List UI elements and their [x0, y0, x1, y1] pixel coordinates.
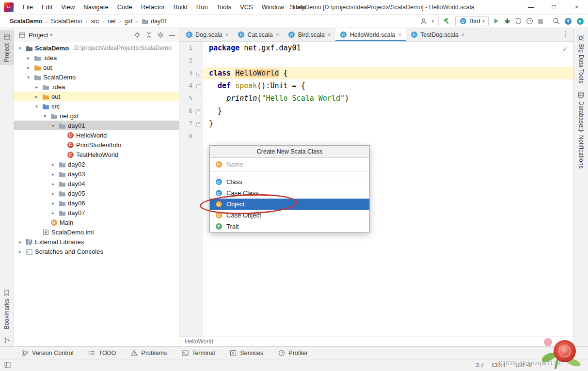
tree-item-day05[interactable]: ▸day05: [14, 188, 179, 198]
line-number[interactable]: 7: [179, 117, 195, 130]
hide-panel-icon[interactable]: —: [169, 31, 175, 39]
code-line-4[interactable]: 4− def speak():Unit = {: [179, 79, 573, 92]
locate-file-icon[interactable]: [134, 31, 141, 38]
breadcrumb-item-scalademo[interactable]: ScalaDemo: [51, 18, 82, 25]
editor-tab-dog-scala[interactable]: CDog.scala×: [181, 28, 233, 41]
tree-item-out[interactable]: ▸out: [14, 62, 179, 72]
menu-view[interactable]: View: [57, 0, 79, 14]
run-icon[interactable]: [493, 18, 499, 24]
line-number[interactable]: 1: [179, 42, 195, 54]
gear-icon[interactable]: [157, 31, 164, 38]
line-number[interactable]: 8: [179, 130, 195, 142]
tree-item-src[interactable]: ▾src: [14, 101, 179, 111]
tree-item-idea[interactable]: ▸.idea: [14, 53, 179, 62]
kind-option-case-object[interactable]: OCase Object: [210, 210, 369, 221]
menu-build[interactable]: Build: [169, 0, 192, 14]
close-icon[interactable]: ×: [461, 31, 465, 38]
menu-edit[interactable]: Edit: [37, 0, 57, 14]
chevron-right-icon[interactable]: ▸: [25, 55, 32, 61]
line-number[interactable]: 6: [179, 105, 195, 117]
user-icon[interactable]: [420, 17, 428, 25]
fold-marker-icon[interactable]: −: [195, 79, 203, 92]
tree-item-day04[interactable]: ▸day04: [14, 179, 179, 188]
chevron-right-icon[interactable]: ▸: [50, 171, 56, 177]
close-icon[interactable]: ×: [328, 31, 331, 38]
collapse-all-icon[interactable]: [145, 31, 152, 38]
tree-item-scalademo[interactable]: ▾ScalaDemo: [14, 72, 179, 82]
chevron-down-icon[interactable]: ▾: [42, 113, 48, 119]
tabs-more-icon[interactable]: ⋮: [562, 30, 569, 38]
chevron-down-icon[interactable]: ▾: [17, 46, 23, 51]
line-number[interactable]: 5: [179, 92, 195, 105]
tree-item-scalademo[interactable]: ▾ScalaDemoD:\projects\IdeaProjects\Scala…: [14, 43, 179, 53]
toolwindow-button-problems[interactable]: Problems: [130, 350, 167, 356]
toolwindow-stripe-bookmarks[interactable]: Bookmarks: [0, 286, 14, 332]
tree-item-day01[interactable]: ▾day01: [14, 121, 179, 130]
tree-item-day02[interactable]: ▸day02: [14, 159, 179, 169]
editor-tab-cat-scala[interactable]: CCat.scala×: [233, 28, 284, 41]
tree-item-external-libraries[interactable]: ▸External Libraries: [14, 237, 179, 247]
fold-marker-icon[interactable]: −: [195, 67, 203, 79]
toolwindow-button-services[interactable]: Services: [229, 350, 263, 356]
maximize-button[interactable]: □: [542, 0, 565, 14]
code-line-5[interactable]: 5 println("Hello Scala World"): [179, 92, 573, 105]
toolwindow-layout-icon[interactable]: [4, 362, 11, 368]
chevron-right-icon[interactable]: ▸: [25, 65, 32, 70]
code-line-6[interactable]: 6^ }: [179, 105, 573, 117]
tree-item-main[interactable]: OMain: [14, 217, 179, 227]
chevron-right-icon[interactable]: ▸: [33, 84, 40, 90]
menu-window[interactable]: Window: [257, 0, 288, 14]
tree-item-scratches-and-consoles[interactable]: ▸Scratches and Consoles: [14, 247, 179, 256]
tree-item-scalademo-iml[interactable]: ScalaDemo.iml: [14, 227, 179, 237]
tree-item-out[interactable]: ▸out: [14, 92, 179, 101]
line-number[interactable]: 2: [179, 54, 195, 67]
close-button[interactable]: ×: [565, 0, 588, 14]
chevron-right-icon[interactable]: ▸: [50, 191, 56, 196]
stop-icon[interactable]: [538, 18, 543, 24]
close-icon[interactable]: ×: [398, 31, 401, 38]
breadcrumb-item-src[interactable]: src: [91, 18, 99, 25]
update-icon[interactable]: [564, 17, 572, 25]
line-number[interactable]: 3: [179, 67, 195, 79]
breadcrumb-item-scalademo[interactable]: ScalaDemo: [10, 18, 42, 25]
toolwindow-stripe-project[interactable]: Project: [0, 30, 14, 65]
editor-tab-testdog-scala[interactable]: CTestDog.scala×: [406, 28, 469, 41]
menu-vcs[interactable]: VCS: [236, 0, 257, 14]
close-icon[interactable]: ×: [225, 31, 229, 38]
toolwindow-button-terminal[interactable]: Terminal: [181, 350, 215, 356]
breadcrumb-item-day01[interactable]: day01: [141, 18, 167, 25]
toolwindow-stripe-notifications[interactable]: Notifications: [574, 122, 588, 171]
menu-navigate[interactable]: Navigate: [79, 0, 112, 14]
chevron-right-icon[interactable]: ▸: [50, 201, 56, 206]
tree-item-printstudentinfo[interactable]: CPrintStudentInfo: [14, 140, 179, 150]
menu-code[interactable]: Code: [113, 0, 137, 14]
kind-option-case-class[interactable]: CCase Class: [210, 187, 369, 199]
caret-position-widget[interactable]: 3:7: [476, 362, 484, 369]
tree-item-net-gxf[interactable]: ▾net.gxf: [14, 111, 179, 121]
chevron-right-icon[interactable]: ▸: [17, 249, 23, 254]
minimize-button[interactable]: —: [520, 0, 542, 14]
code-line-3[interactable]: 3−class HelloWorld {: [179, 67, 573, 79]
class-name-input[interactable]: O Name: [210, 158, 369, 171]
code-with-me-icon[interactable]: [576, 17, 584, 25]
chevron-right-icon[interactable]: ▸: [17, 239, 23, 245]
toolwindow-stripe-big-data-tools[interactable]: DBig Data Tools: [574, 31, 588, 86]
menu-file[interactable]: File: [18, 0, 37, 14]
menu-tools[interactable]: Tools: [212, 0, 236, 14]
chevron-right-icon[interactable]: ▸: [33, 94, 40, 99]
hammer-icon[interactable]: [443, 17, 451, 25]
toolwindow-button-version-control[interactable]: Version Control: [21, 350, 73, 356]
chevron-right-icon[interactable]: ▸: [50, 162, 56, 167]
editor-breadcrumb[interactable]: HelloWorld: [179, 337, 573, 346]
fold-marker-icon[interactable]: ^: [195, 117, 203, 130]
toolwindow-button-todo[interactable]: TODO: [88, 350, 116, 356]
chevron-down-icon[interactable]: ▾: [25, 75, 32, 80]
menu-run[interactable]: Run: [192, 0, 212, 14]
menu-refactor[interactable]: Refactor: [137, 0, 169, 14]
code-line-7[interactable]: 7^}: [179, 117, 573, 130]
tree-item-day07[interactable]: ▸day07: [14, 208, 179, 217]
coverage-icon[interactable]: [515, 17, 522, 25]
project-panel-title[interactable]: Project: [29, 31, 48, 39]
toolwindow-button-profiler[interactable]: Profiler: [278, 350, 308, 356]
tree-item-idea[interactable]: ▸.idea: [14, 82, 179, 92]
